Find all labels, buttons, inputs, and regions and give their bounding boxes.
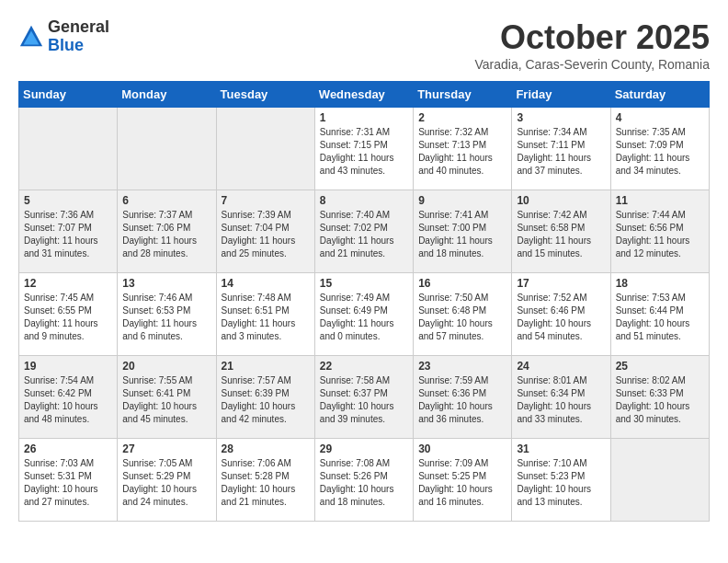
day-info: Sunrise: 7:09 AMSunset: 5:25 PMDaylight:… [418, 457, 506, 509]
day-info: Sunrise: 7:39 AMSunset: 7:04 PMDaylight:… [222, 209, 310, 260]
day-info: Sunrise: 7:57 AMSunset: 6:39 PMDaylight:… [222, 374, 310, 426]
day-number: 4 [616, 111, 704, 124]
calendar-cell: 9Sunrise: 7:41 AMSunset: 7:00 PMDaylight… [414, 190, 512, 273]
day-info: Sunrise: 7:52 AMSunset: 6:46 PMDaylight:… [517, 292, 605, 343]
calendar-cell: 20Sunrise: 7:55 AMSunset: 6:41 PMDayligh… [118, 356, 216, 439]
day-info: Sunrise: 7:41 AMSunset: 7:00 PMDaylight:… [418, 209, 506, 260]
day-number: 31 [517, 442, 605, 455]
weekday-header-monday: Monday [118, 82, 216, 108]
weekday-header-wednesday: Wednesday [314, 82, 413, 108]
calendar-week-row: 19Sunrise: 7:54 AMSunset: 6:42 PMDayligh… [19, 356, 710, 439]
calendar-cell: 31Sunrise: 7:10 AMSunset: 5:23 PMDayligh… [512, 439, 610, 522]
day-info: Sunrise: 7:59 AMSunset: 6:36 PMDaylight:… [418, 374, 506, 426]
day-info: Sunrise: 7:45 AMSunset: 6:55 PMDaylight:… [24, 292, 112, 343]
day-number: 9 [418, 194, 506, 207]
weekday-header-tuesday: Tuesday [216, 82, 314, 108]
calendar-cell: 18Sunrise: 7:53 AMSunset: 6:44 PMDayligh… [610, 273, 709, 356]
day-number: 18 [616, 277, 704, 290]
day-info: Sunrise: 7:08 AMSunset: 5:26 PMDaylight:… [320, 457, 408, 509]
calendar-cell: 28Sunrise: 7:06 AMSunset: 5:28 PMDayligh… [216, 439, 314, 522]
calendar-cell: 21Sunrise: 7:57 AMSunset: 6:39 PMDayligh… [216, 356, 314, 439]
weekday-header-sunday: Sunday [19, 82, 118, 108]
day-number: 14 [222, 277, 310, 290]
calendar-cell: 10Sunrise: 7:42 AMSunset: 6:58 PMDayligh… [512, 190, 610, 273]
calendar-cell: 19Sunrise: 7:54 AMSunset: 6:42 PMDayligh… [19, 356, 118, 439]
day-number: 29 [320, 442, 408, 455]
calendar-cell: 4Sunrise: 7:35 AMSunset: 7:09 PMDaylight… [610, 108, 709, 190]
day-info: Sunrise: 8:02 AMSunset: 6:33 PMDaylight:… [616, 374, 704, 426]
logo-blue: Blue [48, 37, 109, 55]
calendar-cell: 27Sunrise: 7:05 AMSunset: 5:29 PMDayligh… [118, 439, 216, 522]
day-number: 26 [24, 442, 112, 455]
calendar-cell: 26Sunrise: 7:03 AMSunset: 5:31 PMDayligh… [19, 439, 118, 522]
day-info: Sunrise: 7:54 AMSunset: 6:42 PMDaylight:… [24, 374, 112, 426]
subtitle: Varadia, Caras-Severin County, Romania [475, 57, 711, 72]
calendar-cell: 1Sunrise: 7:31 AMSunset: 7:15 PMDaylight… [314, 108, 413, 190]
day-number: 20 [122, 360, 210, 373]
day-number: 28 [222, 442, 310, 455]
calendar-table: SundayMondayTuesdayWednesdayThursdayFrid… [18, 81, 710, 522]
calendar-cell: 5Sunrise: 7:36 AMSunset: 7:07 PMDaylight… [19, 190, 118, 273]
day-info: Sunrise: 7:49 AMSunset: 6:49 PMDaylight:… [320, 292, 408, 343]
day-number: 10 [517, 194, 605, 207]
day-number: 1 [320, 111, 408, 124]
calendar-cell: 2Sunrise: 7:32 AMSunset: 7:13 PMDaylight… [414, 108, 512, 190]
day-info: Sunrise: 7:44 AMSunset: 6:56 PMDaylight:… [616, 209, 704, 260]
calendar-cell: 25Sunrise: 8:02 AMSunset: 6:33 PMDayligh… [610, 356, 709, 439]
day-number: 25 [616, 360, 704, 373]
calendar-cell [19, 108, 118, 190]
day-number: 17 [517, 277, 605, 290]
day-info: Sunrise: 7:55 AMSunset: 6:41 PMDaylight:… [122, 374, 210, 426]
day-info: Sunrise: 7:58 AMSunset: 6:37 PMDaylight:… [320, 374, 408, 426]
calendar-cell: 6Sunrise: 7:37 AMSunset: 7:06 PMDaylight… [118, 190, 216, 273]
calendar-week-row: 12Sunrise: 7:45 AMSunset: 6:55 PMDayligh… [19, 273, 710, 356]
calendar-cell [216, 108, 314, 190]
day-info: Sunrise: 7:48 AMSunset: 6:51 PMDaylight:… [222, 292, 310, 343]
day-number: 3 [517, 111, 605, 124]
calendar-cell: 15Sunrise: 7:49 AMSunset: 6:49 PMDayligh… [314, 273, 413, 356]
logo-text: General Blue [48, 18, 109, 55]
day-info: Sunrise: 7:10 AMSunset: 5:23 PMDaylight:… [517, 457, 605, 509]
calendar-cell: 7Sunrise: 7:39 AMSunset: 7:04 PMDaylight… [216, 190, 314, 273]
day-number: 23 [418, 360, 506, 373]
day-info: Sunrise: 8:01 AMSunset: 6:34 PMDaylight:… [517, 374, 605, 426]
day-info: Sunrise: 7:50 AMSunset: 6:48 PMDaylight:… [418, 292, 506, 343]
day-info: Sunrise: 7:32 AMSunset: 7:13 PMDaylight:… [418, 126, 506, 178]
day-number: 27 [122, 442, 210, 455]
day-info: Sunrise: 7:37 AMSunset: 7:06 PMDaylight:… [122, 209, 210, 260]
calendar-cell: 17Sunrise: 7:52 AMSunset: 6:46 PMDayligh… [512, 273, 610, 356]
day-number: 7 [222, 194, 310, 207]
calendar-cell: 29Sunrise: 7:08 AMSunset: 5:26 PMDayligh… [314, 439, 413, 522]
day-number: 30 [418, 442, 506, 455]
day-info: Sunrise: 7:42 AMSunset: 6:58 PMDaylight:… [517, 209, 605, 260]
day-number: 19 [24, 360, 112, 373]
calendar-week-row: 26Sunrise: 7:03 AMSunset: 5:31 PMDayligh… [19, 439, 710, 522]
weekday-header-saturday: Saturday [610, 82, 709, 108]
day-number: 5 [24, 194, 112, 207]
logo-icon [18, 24, 44, 50]
calendar-cell: 13Sunrise: 7:46 AMSunset: 6:53 PMDayligh… [118, 273, 216, 356]
day-info: Sunrise: 7:35 AMSunset: 7:09 PMDaylight:… [616, 126, 704, 178]
calendar-cell: 30Sunrise: 7:09 AMSunset: 5:25 PMDayligh… [414, 439, 512, 522]
day-info: Sunrise: 7:46 AMSunset: 6:53 PMDaylight:… [122, 292, 210, 343]
calendar-cell: 23Sunrise: 7:59 AMSunset: 6:36 PMDayligh… [414, 356, 512, 439]
month-title: October 2025 [475, 18, 711, 57]
day-info: Sunrise: 7:36 AMSunset: 7:07 PMDaylight:… [24, 209, 112, 260]
day-info: Sunrise: 7:53 AMSunset: 6:44 PMDaylight:… [616, 292, 704, 343]
day-info: Sunrise: 7:06 AMSunset: 5:28 PMDaylight:… [222, 457, 310, 509]
day-info: Sunrise: 7:34 AMSunset: 7:11 PMDaylight:… [517, 126, 605, 178]
day-number: 22 [320, 360, 408, 373]
calendar-cell [118, 108, 216, 190]
calendar-cell: 8Sunrise: 7:40 AMSunset: 7:02 PMDaylight… [314, 190, 413, 273]
day-number: 12 [24, 277, 112, 290]
calendar-cell: 11Sunrise: 7:44 AMSunset: 6:56 PMDayligh… [610, 190, 709, 273]
day-number: 21 [222, 360, 310, 373]
calendar-week-row: 5Sunrise: 7:36 AMSunset: 7:07 PMDaylight… [19, 190, 710, 273]
weekday-header-thursday: Thursday [414, 82, 512, 108]
day-number: 6 [122, 194, 210, 207]
weekday-header-friday: Friday [512, 82, 610, 108]
day-info: Sunrise: 7:40 AMSunset: 7:02 PMDaylight:… [320, 209, 408, 260]
day-info: Sunrise: 7:03 AMSunset: 5:31 PMDaylight:… [24, 457, 112, 509]
calendar-cell: 16Sunrise: 7:50 AMSunset: 6:48 PMDayligh… [414, 273, 512, 356]
day-number: 11 [616, 194, 704, 207]
